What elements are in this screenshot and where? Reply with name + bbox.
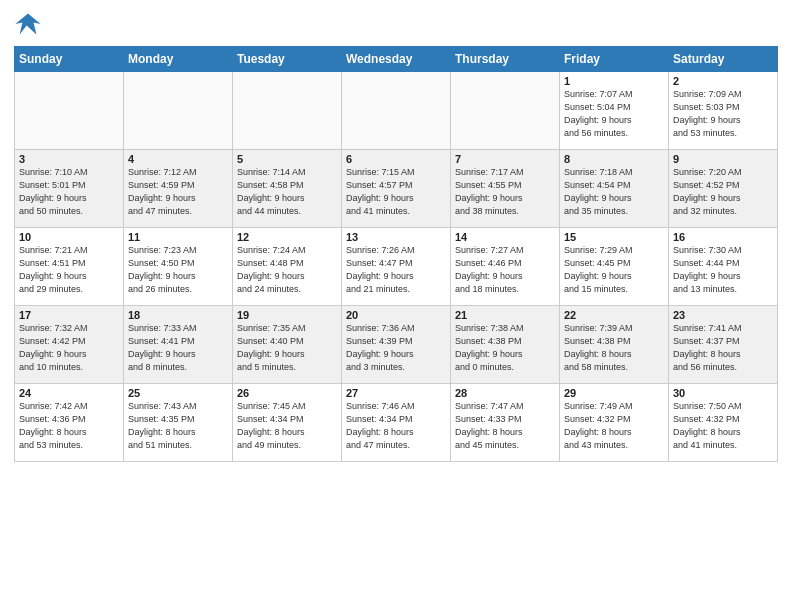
calendar-day-cell: 16Sunrise: 7:30 AM Sunset: 4:44 PM Dayli… (669, 228, 778, 306)
calendar-day-cell: 28Sunrise: 7:47 AM Sunset: 4:33 PM Dayli… (451, 384, 560, 462)
calendar-day-cell: 20Sunrise: 7:36 AM Sunset: 4:39 PM Dayli… (342, 306, 451, 384)
day-info: Sunrise: 7:29 AM Sunset: 4:45 PM Dayligh… (564, 244, 664, 296)
day-info: Sunrise: 7:20 AM Sunset: 4:52 PM Dayligh… (673, 166, 773, 218)
calendar-day-cell (15, 72, 124, 150)
calendar-weekday-header: Wednesday (342, 47, 451, 72)
day-number: 13 (346, 231, 446, 243)
calendar-day-cell: 13Sunrise: 7:26 AM Sunset: 4:47 PM Dayli… (342, 228, 451, 306)
calendar-day-cell: 17Sunrise: 7:32 AM Sunset: 4:42 PM Dayli… (15, 306, 124, 384)
calendar-day-cell (451, 72, 560, 150)
calendar-day-cell: 4Sunrise: 7:12 AM Sunset: 4:59 PM Daylig… (124, 150, 233, 228)
calendar-day-cell: 8Sunrise: 7:18 AM Sunset: 4:54 PM Daylig… (560, 150, 669, 228)
day-number: 7 (455, 153, 555, 165)
calendar-week-row: 3Sunrise: 7:10 AM Sunset: 5:01 PM Daylig… (15, 150, 778, 228)
calendar-day-cell (233, 72, 342, 150)
day-number: 29 (564, 387, 664, 399)
day-number: 10 (19, 231, 119, 243)
calendar-day-cell: 25Sunrise: 7:43 AM Sunset: 4:35 PM Dayli… (124, 384, 233, 462)
day-info: Sunrise: 7:49 AM Sunset: 4:32 PM Dayligh… (564, 400, 664, 452)
day-info: Sunrise: 7:18 AM Sunset: 4:54 PM Dayligh… (564, 166, 664, 218)
calendar-day-cell: 2Sunrise: 7:09 AM Sunset: 5:03 PM Daylig… (669, 72, 778, 150)
day-info: Sunrise: 7:45 AM Sunset: 4:34 PM Dayligh… (237, 400, 337, 452)
calendar-week-row: 10Sunrise: 7:21 AM Sunset: 4:51 PM Dayli… (15, 228, 778, 306)
calendar-day-cell (124, 72, 233, 150)
calendar-week-row: 17Sunrise: 7:32 AM Sunset: 4:42 PM Dayli… (15, 306, 778, 384)
calendar-day-cell: 9Sunrise: 7:20 AM Sunset: 4:52 PM Daylig… (669, 150, 778, 228)
calendar-day-cell: 30Sunrise: 7:50 AM Sunset: 4:32 PM Dayli… (669, 384, 778, 462)
day-number: 26 (237, 387, 337, 399)
day-number: 11 (128, 231, 228, 243)
calendar-day-cell: 15Sunrise: 7:29 AM Sunset: 4:45 PM Dayli… (560, 228, 669, 306)
day-number: 25 (128, 387, 228, 399)
calendar-day-cell: 12Sunrise: 7:24 AM Sunset: 4:48 PM Dayli… (233, 228, 342, 306)
day-number: 20 (346, 309, 446, 321)
logo-icon (14, 10, 42, 38)
day-number: 1 (564, 75, 664, 87)
day-info: Sunrise: 7:42 AM Sunset: 4:36 PM Dayligh… (19, 400, 119, 452)
calendar-day-cell: 14Sunrise: 7:27 AM Sunset: 4:46 PM Dayli… (451, 228, 560, 306)
day-number: 8 (564, 153, 664, 165)
calendar-day-cell: 7Sunrise: 7:17 AM Sunset: 4:55 PM Daylig… (451, 150, 560, 228)
day-info: Sunrise: 7:12 AM Sunset: 4:59 PM Dayligh… (128, 166, 228, 218)
day-number: 4 (128, 153, 228, 165)
day-number: 24 (19, 387, 119, 399)
day-info: Sunrise: 7:46 AM Sunset: 4:34 PM Dayligh… (346, 400, 446, 452)
day-info: Sunrise: 7:09 AM Sunset: 5:03 PM Dayligh… (673, 88, 773, 140)
day-number: 19 (237, 309, 337, 321)
calendar-day-cell: 21Sunrise: 7:38 AM Sunset: 4:38 PM Dayli… (451, 306, 560, 384)
day-info: Sunrise: 7:15 AM Sunset: 4:57 PM Dayligh… (346, 166, 446, 218)
calendar-day-cell: 26Sunrise: 7:45 AM Sunset: 4:34 PM Dayli… (233, 384, 342, 462)
day-number: 23 (673, 309, 773, 321)
day-number: 2 (673, 75, 773, 87)
day-number: 21 (455, 309, 555, 321)
calendar-day-cell: 27Sunrise: 7:46 AM Sunset: 4:34 PM Dayli… (342, 384, 451, 462)
day-info: Sunrise: 7:23 AM Sunset: 4:50 PM Dayligh… (128, 244, 228, 296)
svg-marker-0 (15, 14, 40, 35)
calendar-day-cell: 24Sunrise: 7:42 AM Sunset: 4:36 PM Dayli… (15, 384, 124, 462)
day-info: Sunrise: 7:38 AM Sunset: 4:38 PM Dayligh… (455, 322, 555, 374)
day-info: Sunrise: 7:50 AM Sunset: 4:32 PM Dayligh… (673, 400, 773, 452)
day-number: 15 (564, 231, 664, 243)
day-info: Sunrise: 7:30 AM Sunset: 4:44 PM Dayligh… (673, 244, 773, 296)
calendar-day-cell: 29Sunrise: 7:49 AM Sunset: 4:32 PM Dayli… (560, 384, 669, 462)
day-info: Sunrise: 7:35 AM Sunset: 4:40 PM Dayligh… (237, 322, 337, 374)
calendar-day-cell: 19Sunrise: 7:35 AM Sunset: 4:40 PM Dayli… (233, 306, 342, 384)
calendar-day-cell: 11Sunrise: 7:23 AM Sunset: 4:50 PM Dayli… (124, 228, 233, 306)
page-header (14, 10, 778, 38)
day-number: 30 (673, 387, 773, 399)
day-number: 28 (455, 387, 555, 399)
day-info: Sunrise: 7:33 AM Sunset: 4:41 PM Dayligh… (128, 322, 228, 374)
calendar-day-cell: 6Sunrise: 7:15 AM Sunset: 4:57 PM Daylig… (342, 150, 451, 228)
calendar-header-row: SundayMondayTuesdayWednesdayThursdayFrid… (15, 47, 778, 72)
calendar-week-row: 24Sunrise: 7:42 AM Sunset: 4:36 PM Dayli… (15, 384, 778, 462)
day-info: Sunrise: 7:10 AM Sunset: 5:01 PM Dayligh… (19, 166, 119, 218)
calendar-table: SundayMondayTuesdayWednesdayThursdayFrid… (14, 46, 778, 462)
day-info: Sunrise: 7:43 AM Sunset: 4:35 PM Dayligh… (128, 400, 228, 452)
day-number: 3 (19, 153, 119, 165)
day-info: Sunrise: 7:21 AM Sunset: 4:51 PM Dayligh… (19, 244, 119, 296)
day-info: Sunrise: 7:17 AM Sunset: 4:55 PM Dayligh… (455, 166, 555, 218)
calendar-week-row: 1Sunrise: 7:07 AM Sunset: 5:04 PM Daylig… (15, 72, 778, 150)
day-number: 16 (673, 231, 773, 243)
calendar-weekday-header: Thursday (451, 47, 560, 72)
day-number: 27 (346, 387, 446, 399)
day-number: 9 (673, 153, 773, 165)
calendar-day-cell: 1Sunrise: 7:07 AM Sunset: 5:04 PM Daylig… (560, 72, 669, 150)
day-info: Sunrise: 7:24 AM Sunset: 4:48 PM Dayligh… (237, 244, 337, 296)
calendar-day-cell: 5Sunrise: 7:14 AM Sunset: 4:58 PM Daylig… (233, 150, 342, 228)
day-number: 17 (19, 309, 119, 321)
calendar-body: 1Sunrise: 7:07 AM Sunset: 5:04 PM Daylig… (15, 72, 778, 462)
logo (14, 10, 46, 38)
calendar-weekday-header: Saturday (669, 47, 778, 72)
calendar-weekday-header: Friday (560, 47, 669, 72)
calendar-weekday-header: Tuesday (233, 47, 342, 72)
day-number: 5 (237, 153, 337, 165)
calendar-day-cell (342, 72, 451, 150)
calendar-day-cell: 23Sunrise: 7:41 AM Sunset: 4:37 PM Dayli… (669, 306, 778, 384)
day-number: 18 (128, 309, 228, 321)
day-info: Sunrise: 7:27 AM Sunset: 4:46 PM Dayligh… (455, 244, 555, 296)
day-info: Sunrise: 7:47 AM Sunset: 4:33 PM Dayligh… (455, 400, 555, 452)
day-info: Sunrise: 7:32 AM Sunset: 4:42 PM Dayligh… (19, 322, 119, 374)
day-number: 14 (455, 231, 555, 243)
day-number: 22 (564, 309, 664, 321)
